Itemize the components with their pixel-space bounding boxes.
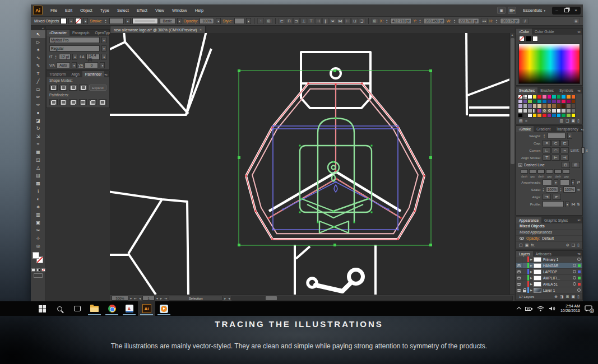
dash-field-4[interactable]: [554, 169, 562, 174]
layer-row[interactable]: ▶LAPTOP: [516, 269, 582, 275]
taskbar-start[interactable]: [34, 301, 51, 316]
status-next-icon[interactable]: ▸: [224, 296, 226, 300]
visibility-toggle[interactable]: [516, 263, 522, 268]
minus-back-icon[interactable]: [99, 99, 107, 105]
appearance-row-mixed[interactable]: Mixed Appearances: [516, 230, 582, 236]
clock[interactable]: 2:54 AM 10/26/2016: [560, 304, 580, 313]
taskbar-media-player[interactable]: [155, 301, 173, 316]
visibility-toggle[interactable]: [516, 281, 522, 287]
layer-row[interactable]: ▶HANGAR: [516, 263, 582, 269]
tab-color[interactable]: Color: [516, 29, 532, 35]
panel-menu-icon[interactable]: ▾≡: [578, 30, 582, 34]
swatch[interactable]: [532, 109, 537, 113]
align-icon-0[interactable]: ⊏: [279, 18, 285, 24]
swatch[interactable]: [551, 113, 557, 118]
swatch[interactable]: [527, 104, 532, 108]
arrange-documents-icon[interactable]: ▦▾: [508, 7, 516, 14]
new-swatch-icon[interactable]: ▣: [572, 119, 576, 123]
panel-menu-icon[interactable]: ▾≡: [105, 73, 109, 76]
dashed-line-checkbox[interactable]: –: [518, 163, 522, 167]
font-size-dd[interactable]: ▾: [72, 54, 77, 60]
expand-arrow-icon[interactable]: ▶: [529, 270, 534, 273]
tab-appearance[interactable]: Appearance: [516, 217, 541, 223]
collapse-control-bar-icon[interactable]: ≣: [573, 18, 580, 24]
lock-toggle[interactable]: [522, 287, 527, 293]
minus-front-icon[interactable]: [59, 85, 68, 91]
opacity-dd[interactable]: ▾: [216, 18, 221, 24]
restore-button[interactable]: [562, 7, 571, 15]
font-size-stepper[interactable]: ▴▾: [54, 55, 58, 59]
layer-name[interactable]: AREA 51: [543, 282, 573, 286]
swatch[interactable]: [571, 113, 576, 118]
close-button[interactable]: ×: [571, 7, 581, 15]
duplicate-item-icon[interactable]: ❑: [572, 243, 575, 248]
weight-stepper[interactable]: ▴▾: [543, 134, 546, 138]
x-stepper[interactable]: ▴▾: [385, 19, 388, 24]
miter-join-icon[interactable]: ∟: [543, 147, 551, 153]
exclude-icon[interactable]: [79, 85, 87, 91]
expand-arrow-icon[interactable]: ▶: [529, 258, 534, 261]
width-tool[interactable]: ≈: [31, 140, 45, 148]
minimize-button[interactable]: –: [552, 7, 562, 15]
vertical-scroll-thumb[interactable]: [511, 38, 514, 164]
scroll-up-icon[interactable]: ▲: [511, 33, 514, 37]
tab-graphic-styles[interactable]: Graphic Styles: [541, 217, 571, 223]
outline-icon[interactable]: [89, 99, 97, 105]
round-cap-icon[interactable]: ⊂: [551, 140, 560, 146]
tab-transparency[interactable]: Transparency: [553, 126, 581, 132]
swatch[interactable]: [523, 109, 528, 113]
crop-icon[interactable]: [79, 99, 87, 105]
add-effect-icon[interactable]: fx.: [531, 243, 535, 247]
arrow-end-align-icon[interactable]: ⇤: [553, 194, 561, 200]
profile-field[interactable]: [543, 201, 564, 207]
make-clip-mask-icon[interactable]: ◨: [560, 295, 564, 299]
appearance-row-opacity[interactable]: Opacity: Default: [516, 236, 582, 242]
selection-tool[interactable]: ↖: [31, 30, 45, 38]
align-icon-4[interactable]: ⊤: [308, 18, 314, 24]
gradient-tool[interactable]: ▩: [31, 179, 45, 187]
taskbar-illustrator[interactable]: Ai: [138, 301, 155, 316]
swatch[interactable]: [551, 109, 557, 113]
lock-toggle[interactable]: [522, 269, 527, 274]
swatch[interactable]: [557, 95, 562, 99]
divide-icon[interactable]: [49, 99, 58, 105]
align-icon-3[interactable]: ⊥: [300, 18, 307, 24]
swatch[interactable]: [561, 113, 566, 118]
align-icon-8[interactable]: ⋈: [337, 18, 344, 24]
type-tool[interactable]: T: [31, 69, 45, 77]
font-family-dd[interactable]: ▾: [101, 37, 106, 43]
taskbar-task-view[interactable]: [68, 301, 86, 316]
last-artboard-icon[interactable]: ⇥: [164, 296, 168, 300]
w-field[interactable]: 223.761 pt: [458, 18, 479, 24]
layer-row[interactable]: ▶AMPLIFI...: [516, 275, 582, 281]
stroke-dropdown[interactable]: ▾: [83, 18, 88, 24]
brush-definition-field[interactable]: Basic: [160, 18, 175, 24]
volume-icon[interactable]: [549, 306, 556, 311]
y-stepper[interactable]: ▴▾: [419, 19, 422, 24]
swatch[interactable]: [561, 95, 566, 99]
menu-edit[interactable]: Edit: [65, 8, 72, 13]
unite-icon[interactable]: [49, 85, 58, 91]
pen-tool[interactable]: ✎: [31, 62, 45, 69]
tab-swatches[interactable]: Swatches: [516, 87, 537, 94]
artboard-dd-icon[interactable]: ▾: [156, 296, 159, 300]
align-icon-9[interactable]: ⊢: [344, 18, 351, 24]
layer-row[interactable]: ▶AREA 51: [516, 281, 582, 287]
menu-view[interactable]: View: [155, 8, 164, 13]
first-artboard-icon[interactable]: ⇤: [133, 296, 137, 300]
dash-field-2[interactable]: [537, 169, 545, 174]
swatch[interactable]: [566, 109, 571, 113]
swatch[interactable]: [523, 104, 528, 108]
rotate-tool[interactable]: ↻: [31, 124, 45, 132]
tray-chevron-icon[interactable]: [517, 307, 521, 311]
target-circle-icon[interactable]: [573, 270, 576, 273]
swatch[interactable]: [537, 99, 542, 104]
swatch[interactable]: [571, 99, 576, 104]
tab-transform[interactable]: Transform: [47, 71, 68, 77]
tab-artboards[interactable]: Artboards: [533, 251, 554, 257]
panel-menu-icon[interactable]: ▾≡: [578, 89, 582, 92]
horizontal-scrollbar[interactable]: [231, 296, 513, 301]
flip-across-icon[interactable]: ⇅: [577, 202, 580, 207]
swatch[interactable]: [518, 95, 523, 99]
style-field[interactable]: [234, 18, 244, 24]
